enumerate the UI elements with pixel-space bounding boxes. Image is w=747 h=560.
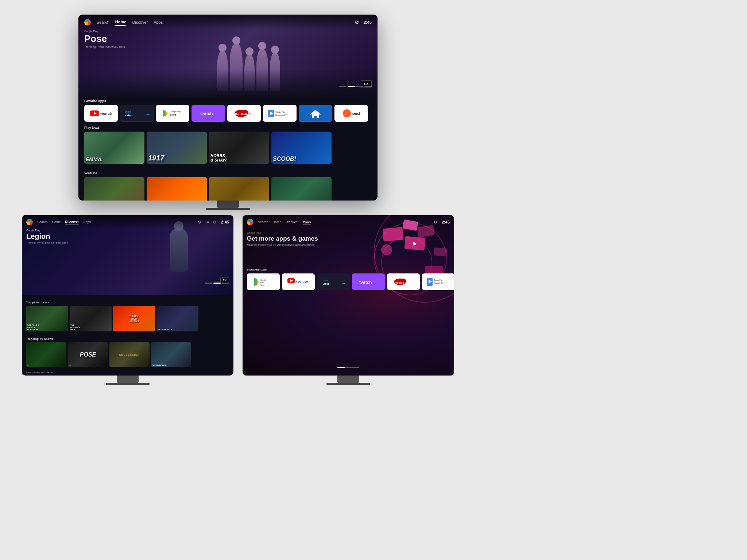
inst-twitch[interactable]: twitch (352, 273, 385, 290)
emma-label: EMMA. (86, 156, 103, 162)
nav-home[interactable]: Home (115, 19, 127, 26)
app-youtube[interactable]: YouTube (84, 105, 118, 122)
inst-redbull[interactable]: Red Bull (387, 273, 420, 290)
trending-tv-section: Trending TV Shows FX POSE FX SUCCESSION (22, 337, 233, 367)
fav-apps-title: Favorite Apps (78, 99, 378, 103)
yt-thumb-2[interactable] (147, 177, 207, 201)
tv-stand-left (117, 376, 139, 383)
thumb-hobbs[interactable]: HOBBS& SHAW (209, 132, 269, 164)
favorite-apps-section: Favorite Apps YouTube prime (78, 99, 378, 122)
d-dot-3 (222, 283, 229, 284)
cast-icon[interactable]: ⊙ (198, 220, 201, 225)
inst-gplay[interactable]: Google Play Store (247, 273, 280, 290)
amgods-label: FX (27, 364, 30, 366)
tv-stand-base-top (206, 208, 250, 210)
trend-undoing[interactable]: THE UNDOING (151, 342, 191, 367)
a-clock: 2:45 (442, 220, 450, 224)
app-music[interactable]: ♪ Music (334, 105, 368, 122)
a-nav-home[interactable]: Home (273, 219, 282, 225)
nav-search[interactable]: Search (97, 19, 109, 26)
svg-text:Music: Music (352, 112, 360, 116)
svg-text:Red Bull: Red Bull (235, 113, 247, 116)
scoob-label: SCOOB! (273, 156, 296, 162)
google-assistant-logo-2 (26, 219, 33, 225)
screen-apps: ▶ Search Home Discover Apps ⚙ 2:45 Googl… (243, 215, 454, 376)
inst-gplay-movies[interactable]: Google Play Movies & TV (422, 273, 454, 290)
yt-thumb-3[interactable] (209, 177, 269, 201)
a-settings-icon[interactable]: ⚙ (434, 220, 437, 225)
app-google-play-store[interactable]: Google Play Store (156, 105, 189, 122)
nav-apps[interactable]: Apps (154, 19, 163, 26)
svg-text:YouTube: YouTube (100, 112, 112, 116)
app-prime-video[interactable]: prime video (120, 105, 154, 122)
godzilla-label: GODZILLA IIKING OFMONSTERS (27, 324, 39, 331)
pick-invisible-man[interactable]: THEINVISIBLEMAN (70, 306, 112, 331)
installed-row: Google Play Store YouTube pr (243, 273, 454, 290)
person-5 (270, 53, 280, 91)
d-clock: 2:45 (221, 220, 229, 224)
thumb-emma[interactable]: EMMA. (84, 132, 144, 164)
play-next-title: Play Next (78, 126, 378, 129)
pink-deco-5 (434, 248, 447, 256)
svg-text:video: video (125, 114, 132, 117)
nav-discover[interactable]: Discover (132, 19, 148, 26)
pose-overlay: POSE (68, 342, 108, 367)
a-nav-right: ⚙ 2:45 (434, 220, 450, 225)
d-nav-apps[interactable]: Apps (84, 219, 91, 225)
app-google-play-movies[interactable]: Google Play Movies & TV (263, 105, 297, 122)
trend-pose[interactable]: POSE FX (68, 342, 108, 367)
settings-icon[interactable]: ⚙ (355, 19, 359, 25)
d-settings-icon[interactable]: ⚙ (213, 220, 217, 225)
svg-text:Google Play: Google Play (170, 110, 181, 113)
d-progress-dots (205, 283, 229, 284)
d-nav-search[interactable]: Search (37, 219, 48, 225)
clock-display: 2:45 (364, 20, 372, 24)
a-nav-discover[interactable]: Discover (286, 219, 299, 225)
svg-text:Movies & TV: Movies & TV (275, 114, 287, 116)
hobbs-label: HOBBS& SHAW (210, 153, 227, 162)
svg-text:Red Bull: Red Bull (394, 281, 404, 284)
yt-thumb-4[interactable] (271, 177, 332, 201)
svg-marker-20 (310, 110, 321, 114)
installed-apps-title: Installed Apps (243, 268, 454, 271)
thumb-scoob[interactable]: SCOOB! (271, 132, 332, 164)
dot-1 (339, 86, 347, 87)
discover-hero-person (139, 228, 219, 286)
person-1 (217, 51, 228, 91)
youtube-section: Youtube (78, 171, 378, 201)
play-icon-deco: ▶ (405, 236, 426, 251)
inst-youtube[interactable]: YouTube (282, 273, 315, 290)
inst-prime[interactable]: prime video (317, 273, 350, 290)
dot-4 (364, 86, 372, 87)
svg-text:prime: prime (125, 110, 131, 113)
dot-3 (356, 86, 363, 87)
pick-way-back[interactable]: THE WAY BACK (156, 306, 198, 331)
a-nav-apps[interactable]: Apps (303, 219, 311, 225)
svg-text:prime: prime (323, 279, 329, 281)
input-icon[interactable]: ⇥ (205, 220, 209, 225)
thumb-1917[interactable]: 1917 (147, 132, 207, 164)
yt-thumb-1[interactable] (84, 177, 144, 201)
google-assistant-logo-3 (247, 219, 253, 225)
tv-stand-base-left (106, 383, 150, 385)
pick-crazy-rich[interactable]: CRAZYRICHASIANS (113, 306, 155, 331)
app-home[interactable] (299, 105, 332, 122)
app-redbull-tv[interactable]: Red Bull TV (227, 105, 261, 122)
pick-godzilla[interactable]: GODZILLA IIKING OFMONSTERS (26, 306, 68, 331)
crazy-rich-overlay: CRAZYRICHASIANS (113, 306, 155, 331)
trend-american-gods[interactable]: FX (26, 342, 66, 367)
play-next-row: EMMA. 1917 HOBBS& SHAW SCOOB! (78, 132, 378, 164)
svg-text:Play: Play (260, 282, 264, 284)
a-nav-search[interactable]: Search (258, 219, 268, 225)
d-nav-discover[interactable]: Discover (65, 219, 79, 225)
d-hero-subtitle: Trending | What ends can start again (26, 241, 68, 244)
svg-rect-22 (314, 116, 317, 118)
d-nav-home[interactable]: Home (52, 219, 61, 225)
scroll-bar (337, 367, 359, 368)
app-twitch[interactable]: twitch (191, 105, 225, 122)
pink-deco-4 (381, 244, 392, 255)
succession-label: SUCCESSION (119, 354, 140, 356)
pose-fx-label: FX (69, 364, 71, 366)
trend-succession[interactable]: SUCCESSION (109, 342, 150, 367)
screen-discover: Search Home Discover Apps ⊙ ⇥ ⚙ 2:45 Goo… (22, 215, 233, 376)
